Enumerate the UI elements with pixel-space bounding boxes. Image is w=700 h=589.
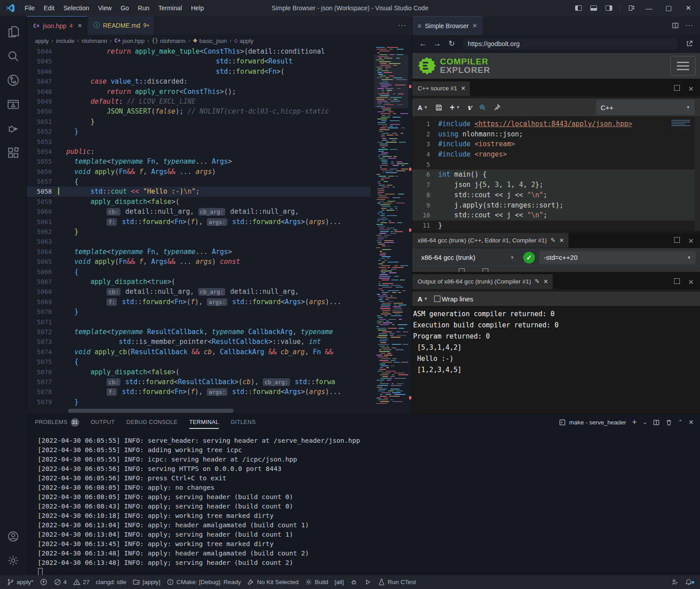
maximize-pane-icon[interactable] — [674, 278, 680, 284]
status-tools-icon[interactable]: No Kit Selected — [244, 575, 302, 589]
tab-cpp-source[interactable]: C++ source #1✕ — [412, 81, 470, 96]
status--all-[interactable]: [all] — [331, 575, 347, 589]
tab-simple-browser[interactable]: ≡ Simple Browser ✕ — [412, 16, 482, 35]
more-actions-icon[interactable]: ··· — [685, 21, 694, 30]
code-editor[interactable]: 5044 return apply_make_tuple<ConstThis>(… — [27, 47, 412, 414]
minimize-icon[interactable]: — — [640, 1, 658, 15]
compiler-options-input[interactable]: -std=c++20▼ — [539, 251, 696, 264]
status-play-icon[interactable] — [361, 575, 375, 589]
close-icon[interactable]: ✕ — [461, 85, 466, 92]
save-icon[interactable] — [435, 104, 443, 111]
kill-terminal-icon[interactable] — [666, 419, 672, 426]
open-external-icon[interactable] — [683, 38, 696, 50]
menu-file[interactable]: File — [21, 3, 39, 13]
status-gear-icon[interactable]: Build — [302, 575, 331, 589]
new-terminal-icon[interactable]: + — [632, 417, 637, 427]
menu-edit[interactable]: Edit — [40, 3, 59, 13]
status-error-icon[interactable]: 4 — [51, 575, 70, 589]
zoom-icon[interactable] — [479, 104, 487, 111]
panel-tab-terminal[interactable]: TERMINAL — [189, 414, 219, 431]
hamburger-menu-icon[interactable] — [670, 56, 696, 76]
status-info-icon[interactable]: CMake: [Debug]: Ready — [163, 575, 244, 589]
panel-tab-problems[interactable]: PROBLEMS31 — [35, 414, 79, 431]
forward-icon[interactable]: → — [431, 38, 444, 50]
status-cloud-up-icon[interactable] — [37, 575, 51, 589]
godbolt-scrollbar[interactable] — [695, 116, 700, 231]
language-select[interactable]: C++▼ — [596, 100, 695, 115]
menu-go[interactable]: Go — [116, 3, 133, 13]
maximize-pane-icon[interactable] — [674, 237, 680, 243]
breadcrumb-item-include[interactable]: include — [56, 38, 74, 44]
status-beaker-icon[interactable]: Run CTest — [375, 575, 419, 589]
menu-help[interactable]: Help — [187, 3, 208, 13]
status-clangd-idle[interactable]: clangd: idle — [93, 575, 129, 589]
panel-tab-debug-console[interactable]: DEBUG CONSOLE — [126, 414, 177, 431]
status-folder-icon[interactable]: [apply] — [129, 575, 163, 589]
maximize-icon[interactable]: ▢ — [660, 1, 678, 15]
tab-output[interactable]: Output of x86-64 gcc (trunk) (Compiler #… — [412, 274, 553, 289]
godbolt-source-editor[interactable]: 1#include <https://localhost:8443/apply/… — [412, 116, 700, 231]
terminal[interactable]: [2022-04-30 06:05:55] INFO: serve_header… — [27, 430, 700, 575]
close-icon[interactable]: ✕ — [559, 237, 564, 244]
status-feedback-icon[interactable] — [668, 578, 682, 586]
status-bell-icon[interactable] — [682, 578, 696, 586]
menu-selection[interactable]: Selection — [60, 3, 94, 13]
menu-view[interactable]: View — [94, 3, 115, 13]
breadcrumb-item-jsonhpp[interactable]: C+json.hpp — [114, 38, 145, 44]
panel-tab-gitlens[interactable]: GITLENS — [230, 414, 256, 431]
compiler-explorer-logo[interactable]: COMPILER EXPLORER — [417, 56, 491, 76]
font-size-button[interactable]: A▼ — [418, 295, 428, 303]
toggle-panel-icon[interactable] — [587, 2, 600, 14]
tab-compiler[interactable]: x86-64 gcc (trunk) (C++, Editor #1, Comp… — [412, 233, 568, 248]
split-editor-icon[interactable] — [672, 22, 679, 29]
add-pane-button[interactable]: +▼ — [450, 102, 460, 112]
compiler-select[interactable]: x86-64 gcc (trunk)▼ — [417, 251, 519, 264]
maximize-pane-icon[interactable] — [674, 85, 680, 91]
maximize-panel-icon[interactable]: ⌃ — [678, 419, 683, 425]
debug-icon[interactable] — [0, 116, 27, 140]
close-pane-icon[interactable]: ✕ — [688, 85, 694, 93]
close-icon[interactable]: ✕ — [543, 278, 548, 285]
minimap[interactable] — [374, 47, 408, 414]
customize-layout-icon[interactable] — [625, 2, 638, 14]
toggle-sidebar-icon[interactable] — [572, 2, 585, 14]
close-icon[interactable]: ✕ — [77, 22, 82, 29]
explorer-icon[interactable] — [0, 20, 27, 44]
pin-icon[interactable] — [494, 104, 501, 111]
status-warning-icon[interactable]: 27 — [70, 575, 93, 589]
tab-readme-md[interactable]: ⓘREADME.md9+ — [87, 16, 154, 35]
close-pane-icon[interactable]: ✕ — [688, 237, 694, 245]
close-icon[interactable]: ✕ — [679, 1, 697, 15]
vim-toggle-icon[interactable]: v — [467, 103, 472, 112]
terminal-dropdown-icon[interactable]: ⌄ — [643, 419, 647, 425]
tab-json-hpp[interactable]: C+json.hpp4✕ — [27, 16, 87, 35]
horizontal-scrollbar[interactable] — [68, 409, 234, 413]
menu-run[interactable]: Run — [134, 3, 154, 13]
breadcrumb-item-apply[interactable]: ⬦apply — [234, 38, 253, 44]
cmake-icon[interactable] — [0, 92, 27, 116]
settings-gear-icon[interactable] — [0, 548, 27, 572]
close-panel-icon[interactable]: ✕ — [688, 419, 694, 426]
close-pane-icon[interactable]: ✕ — [688, 278, 694, 286]
font-size-button[interactable]: A▼ — [418, 104, 428, 111]
breadcrumb-item-nlohmann[interactable]: {}nlohmann — [152, 38, 186, 44]
breadcrumb-item-basic_json[interactable]: ❖basic_json — [193, 38, 227, 44]
source-control-icon[interactable] — [0, 68, 27, 92]
wrap-lines-checkbox[interactable]: Wrap lines — [434, 295, 474, 303]
extensions-icon[interactable] — [0, 140, 27, 165]
menu-terminal[interactable]: Terminal — [154, 3, 186, 13]
edit-icon[interactable]: ✎ — [551, 237, 555, 244]
breadcrumb-item-apply[interactable]: apply — [35, 38, 49, 44]
accounts-icon[interactable] — [0, 524, 27, 548]
edit-icon[interactable]: ✎ — [535, 278, 540, 285]
split-terminal-icon[interactable] — [653, 419, 660, 426]
back-icon[interactable]: ← — [417, 38, 429, 50]
url-input[interactable]: https://godbolt.org — [463, 38, 678, 50]
toggle-secondary-sidebar-icon[interactable] — [602, 2, 615, 14]
search-icon[interactable] — [0, 44, 27, 68]
status-branch-icon[interactable]: apply* — [4, 575, 37, 589]
editor-actions-more-icon[interactable]: ··· — [398, 16, 412, 35]
panel-tab-output[interactable]: OUTPUT — [91, 414, 115, 431]
status-bug-icon[interactable] — [347, 575, 361, 589]
breadcrumb-item-nlohmann[interactable]: nlohmann — [81, 38, 107, 44]
